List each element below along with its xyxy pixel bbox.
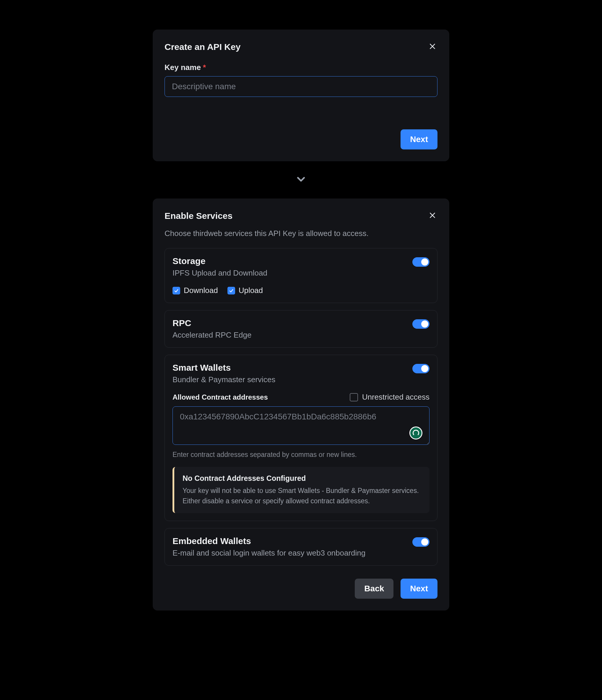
close-icon — [429, 43, 436, 50]
allowed-addresses-label: Allowed Contract addresses — [173, 393, 268, 401]
close-button[interactable] — [427, 210, 437, 221]
close-icon — [429, 211, 436, 219]
textarea-wrapper — [173, 406, 429, 446]
embedded-wallets-toggle[interactable] — [412, 537, 429, 547]
checkbox-unchecked-icon — [350, 393, 358, 401]
service-subtitle: Bundler & Paymaster services — [173, 375, 275, 384]
storage-toggle[interactable] — [412, 257, 429, 267]
smart-wallets-toggle[interactable] — [412, 364, 429, 373]
service-header: Smart Wallets Bundler & Paymaster servic… — [173, 363, 429, 384]
required-indicator: * — [203, 63, 206, 72]
modal-header: Create an API Key — [165, 41, 437, 52]
chevron-down-icon — [295, 173, 307, 187]
service-title: Storage — [173, 256, 267, 266]
download-checkbox[interactable]: Download — [173, 286, 218, 295]
next-button[interactable]: Next — [401, 129, 437, 149]
service-rpc: RPC Accelerated RPC Edge — [165, 310, 437, 348]
create-api-key-modal: Create an API Key Key name * Next — [153, 29, 449, 161]
service-header: Embedded Wallets E-mail and social login… — [173, 536, 429, 558]
allowed-addresses-header: Allowed Contract addresses Unrestricted … — [173, 393, 429, 402]
service-subtitle: IPFS Upload and Download — [173, 269, 267, 278]
service-title: Embedded Wallets — [173, 536, 366, 546]
warning-alert: No Contract Addresses Configured Your ke… — [173, 467, 429, 513]
allowed-addresses-section: Allowed Contract addresses Unrestricted … — [173, 393, 429, 513]
service-info: RPC Accelerated RPC Edge — [173, 318, 251, 340]
alert-title: No Contract Addresses Configured — [182, 474, 421, 483]
service-header: RPC Accelerated RPC Edge — [173, 318, 429, 340]
modal-header: Enable Services — [165, 210, 437, 221]
service-embedded-wallets: Embedded Wallets E-mail and social login… — [165, 528, 437, 566]
service-subtitle: E-mail and social login wallets for easy… — [173, 549, 366, 558]
unrestricted-checkbox[interactable]: Unrestricted access — [350, 393, 429, 402]
alert-text: Your key will not be able to use Smart W… — [182, 485, 421, 506]
status-badge-icon — [409, 426, 422, 440]
modal-title: Enable Services — [165, 211, 232, 221]
service-smart-wallets: Smart Wallets Bundler & Paymaster servic… — [165, 355, 437, 521]
modal-description: Choose thirdweb services this API Key is… — [165, 229, 437, 238]
key-name-label: Key name * — [165, 63, 206, 72]
key-name-input[interactable] — [165, 76, 437, 97]
help-text: Enter contract addresses separated by co… — [173, 451, 429, 459]
key-name-field-group: Key name * — [165, 63, 437, 97]
service-storage: Storage IPFS Upload and Download Downloa… — [165, 248, 437, 303]
rpc-toggle[interactable] — [412, 319, 429, 329]
next-button[interactable]: Next — [401, 579, 437, 599]
modal-title: Create an API Key — [165, 42, 241, 52]
key-name-label-text: Key name — [165, 63, 201, 72]
enable-services-modal: Enable Services Choose thirdweb services… — [153, 199, 449, 610]
modal-footer: Next — [165, 129, 437, 149]
upload-checkbox[interactable]: Upload — [227, 286, 263, 295]
unrestricted-label: Unrestricted access — [362, 393, 429, 402]
modal-footer: Back Next — [165, 579, 437, 599]
close-button[interactable] — [427, 41, 437, 52]
checkbox-checked-icon — [227, 287, 235, 295]
service-info: Smart Wallets Bundler & Paymaster servic… — [173, 363, 275, 384]
checkbox-checked-icon — [173, 287, 180, 295]
service-info: Embedded Wallets E-mail and social login… — [173, 536, 366, 558]
contract-addresses-input[interactable] — [173, 406, 429, 445]
service-header: Storage IPFS Upload and Download — [173, 256, 429, 278]
service-info: Storage IPFS Upload and Download — [173, 256, 267, 278]
storage-options: Download Upload — [173, 286, 429, 295]
upload-label: Upload — [239, 286, 263, 295]
download-label: Download — [184, 286, 218, 295]
service-title: Smart Wallets — [173, 363, 275, 373]
service-subtitle: Accelerated RPC Edge — [173, 330, 251, 340]
service-title: RPC — [173, 318, 251, 328]
back-button[interactable]: Back — [355, 579, 394, 599]
